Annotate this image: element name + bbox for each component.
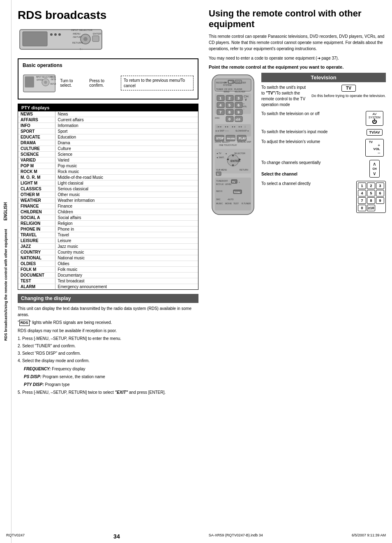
tv-row-3: To switch the television's input mode TV… [261, 129, 386, 136]
pty-description: Jazz music [55, 243, 198, 249]
num-button[interactable]: 8 [367, 197, 375, 204]
num-button[interactable]: 0 [358, 205, 366, 211]
svg-text:8: 8 [228, 110, 231, 114]
pty-description: Children [55, 209, 198, 215]
rds-badge: RDS [19, 320, 30, 326]
freq-desc: Frequency display [52, 367, 85, 371]
pty-description: Education [55, 134, 198, 140]
pty-description: Rock music [55, 169, 198, 174]
pty-code: SOCIAL A [18, 215, 55, 220]
vol-minus[interactable]: – [369, 151, 380, 155]
svg-text:≥10: ≥10 [235, 118, 240, 121]
pty-table-wrapper: PTY displays NEWSNewsAFFAIRSCurrent affa… [18, 104, 198, 290]
point-header: Point the remote control at the equipmen… [209, 65, 386, 69]
tv-row-4: To adjust the television's volume TV + V… [261, 139, 386, 157]
tv-row-1: To switch the unit's input to "TV"/To sw… [261, 85, 386, 108]
svg-text:9: 9 [238, 110, 240, 114]
pty-code: PHONE IN [18, 226, 55, 232]
basic-ops-device: INPUT SELECTOR ENTER -MENU -SETUP RETURN [23, 71, 56, 95]
pty-code: COUNTRY [18, 249, 55, 255]
side-label-container: ENGLISH RDS broadcasts/Using the remote … [0, 0, 12, 543]
pty-table-row: ROCK MRock music [18, 169, 198, 174]
tv-av-button[interactable]: TV/AV [367, 129, 383, 136]
device-diagram-area: INPUT SELECTOR -MENU -SETUP RETURN ENTER… [18, 25, 198, 55]
pty-code: JAZZ [18, 243, 55, 249]
pty-description: Emergency announcement [55, 284, 198, 289]
steps-list: 1. Press [-MENU, –SETUP, RETURN] to ente… [18, 335, 198, 364]
svg-text:▼: ▼ [231, 164, 235, 167]
svg-text:-WLOUVER: -WLOUVER [234, 90, 245, 93]
pty-code: SPORT [18, 128, 55, 134]
tv-button-1[interactable]: TV [341, 85, 356, 92]
pty-table-row: OTHER MOther music [18, 192, 198, 197]
pty-code: LIGHT M [18, 180, 55, 186]
svg-text:►: ► [238, 157, 242, 161]
right-desc2: You may need to enter a code to operate … [209, 55, 386, 61]
num-button[interactable]: 9 [376, 197, 384, 204]
tv-row-6-desc: To select a channel directly [261, 181, 354, 187]
tv-row-2: To switch the television on or off AV SY… [261, 111, 386, 126]
svg-text:RETURN: RETURN [72, 42, 83, 44]
pty-code: TEST [18, 278, 55, 284]
ch-label: CH [372, 167, 376, 170]
svg-text:+: + [239, 181, 240, 183]
pty-description: Current affairs [55, 117, 198, 122]
svg-text:PAUSE: PAUSE [227, 137, 235, 140]
svg-point-2 [50, 33, 53, 36]
pty-table-row: SCIENCEScience [18, 151, 198, 157]
av-system-button[interactable]: AV SYSTEM ⏻ [366, 111, 383, 126]
pty-table-row: VARIEDVaried [18, 157, 198, 163]
pty-description: Pop music [55, 163, 198, 169]
svg-text:TV/AV: TV/AV [234, 191, 240, 194]
pty-table-row: WEATHERWeather information [18, 197, 198, 203]
pty-code: OLDIES [18, 261, 55, 266]
svg-text:TV: TV [232, 181, 235, 183]
pty-header: PTY displays [18, 104, 198, 111]
num-button[interactable]: 2 [367, 183, 375, 189]
freq-label: FREQUENCY: [24, 367, 51, 371]
system-label: SYSTEM [369, 116, 380, 119]
step-item: 1. Press [-MENU, –SETUP, RETURN] to ente… [18, 335, 198, 342]
pty-description: Folk music [55, 266, 198, 272]
pty-description: Other music [55, 192, 198, 197]
pty-description: Documentary [55, 272, 198, 278]
num-button[interactable]: ≥10 [367, 205, 375, 211]
num-button[interactable]: 5 [367, 190, 375, 196]
tv-button-area-2: AV SYSTEM ⏻ [363, 111, 386, 126]
svg-text:DVD: DVD [236, 81, 241, 83]
tv-table-area: Television To switch the unit's input to… [261, 73, 386, 222]
tv-row-1-note: Do this before trying to operate the tel… [311, 94, 386, 99]
pty-table-row: OLDIESOldies [18, 261, 198, 266]
svg-text:–: – [243, 108, 244, 110]
svg-text:RETURN: RETURN [51, 83, 56, 85]
ch-up[interactable]: ∧ [373, 162, 376, 166]
turn-label: Turn to select. [60, 79, 83, 88]
num-button[interactable]: 6 [376, 190, 384, 196]
pty-table-row: DOCUMENTDocumentary [18, 272, 198, 278]
num-button[interactable]: 3 [376, 183, 384, 189]
svg-text:◄: ◄ [226, 157, 229, 161]
pty-code: CHILDREN [18, 209, 55, 215]
file-info: SA-XR59 (RQTV0247-B).indb 34 [209, 533, 263, 540]
svg-text:MOVIE: MOVIE [225, 202, 232, 205]
pty-description: Phone in [55, 226, 198, 232]
svg-text:◄◄ SKIP ——: ◄◄ SKIP —— [215, 129, 229, 132]
num-button[interactable]: 1 [358, 183, 366, 189]
svg-text:4: 4 [219, 103, 221, 107]
step-item: 4. Select the display mode and confirm. [18, 358, 198, 364]
pty-description: Culture [55, 146, 198, 151]
num-button[interactable]: 4 [358, 190, 366, 196]
svg-text:2: 2 [228, 96, 231, 100]
svg-text:-BAND: -BAND [223, 90, 230, 93]
pty-code: POP M [18, 163, 55, 169]
num-button[interactable]: 7 [358, 197, 366, 204]
svg-text:-MENU: -MENU [72, 32, 81, 35]
pty-code: CULTURE [18, 146, 55, 151]
ch-down[interactable]: ∨ [373, 171, 376, 176]
svg-text:DISC: DISC [215, 117, 220, 119]
display-modes: FREQUENCY: Frequency display PS DISP: Pr… [24, 366, 198, 388]
pty-code: DOCUMENT [18, 272, 55, 278]
svg-text:ONE TOUCH PLAY: ONE TOUCH PLAY [219, 144, 237, 146]
pty-code: WEATHER [18, 197, 55, 203]
svg-text:MUSIC: MUSIC [216, 202, 223, 205]
